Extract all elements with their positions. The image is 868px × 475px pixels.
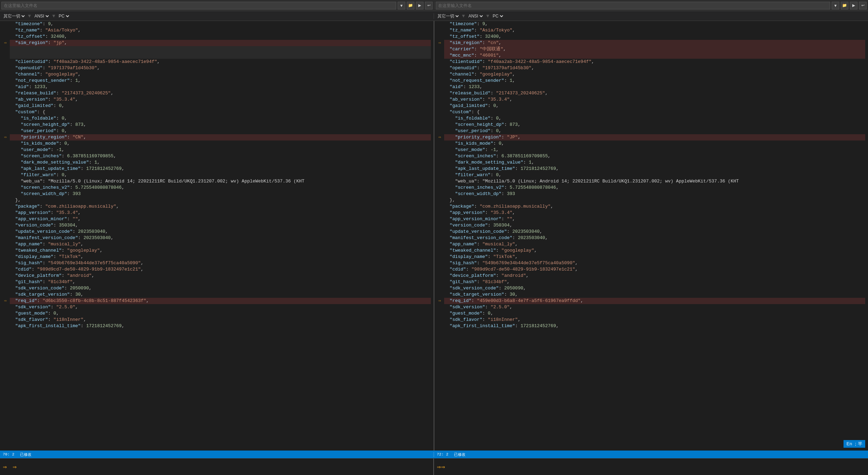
bottom-panel: ⇒ ⇒ ⇒ ⇒ — [0, 458, 868, 475]
left-code-lines: "timezone": 9, "tz_name": "Asia/Tokyo", … — [7, 21, 434, 451]
left-code-area: ⇨⇨⇨ "timezone": 9, "tz_name": "Asia/Toky… — [0, 21, 434, 451]
bottom-right: ⇒ ⇒ — [434, 459, 868, 475]
left-dropdown-btn[interactable]: ▼ — [398, 2, 405, 9]
left-back-btn[interactable]: ↩ — [425, 2, 433, 9]
left-prev-diff-btn[interactable]: ⇒ — [3, 464, 7, 470]
bottom-left: ⇒ ⇒ — [0, 459, 434, 475]
right-os-select[interactable]: PC — [491, 13, 504, 19]
left-path-input[interactable] — [1, 2, 396, 9]
sep1: ▼ — [28, 13, 31, 19]
left-next-diff-btn[interactable]: ⇒ — [13, 464, 17, 470]
right-prev-diff-btn[interactable]: ⇒ — [437, 464, 441, 470]
statusbar: 70: 2 已修改 72: 2 已修改 — [0, 451, 868, 458]
ime-indicator: En ；半 — [844, 440, 865, 448]
right-filter-select[interactable]: 其它一切 — [436, 13, 460, 19]
right-code-area: ⇨⇨⇨ "timezone": 9, "tz_name": "Asia/Toky… — [434, 21, 868, 451]
toolbar-left: ▼ 📁 ▶ ↩ — [0, 2, 434, 9]
right-back-btn[interactable]: ↩ — [859, 2, 867, 9]
left-filter-select[interactable]: 其它一切 — [2, 13, 26, 19]
app-container: ▼ 📁 ▶ ↩ ▼ 📁 ▶ ↩ 其它一切 ▼ ANSI ▼ PC — [0, 0, 868, 475]
right-path-input[interactable] — [436, 2, 830, 9]
sep4: ▼ — [486, 13, 489, 19]
left-folder-btn[interactable]: 📁 — [407, 2, 414, 9]
sep3: ▼ — [462, 13, 465, 19]
right-editor-panel: ⇨⇨⇨ "timezone": 9, "tz_name": "Asia/Toky… — [434, 21, 868, 451]
left-gutter: ⇨⇨⇨ — [0, 21, 7, 451]
left-modified: 已修改 — [20, 452, 31, 457]
right-editor-content[interactable]: ⇨⇨⇨ "timezone": 9, "tz_name": "Asia/Toky… — [434, 21, 868, 451]
left-encoding-select[interactable]: ANSI — [33, 13, 50, 19]
toolbar-right: ▼ 📁 ▶ ↩ — [434, 2, 868, 9]
left-arrow-btn[interactable]: ▶ — [416, 2, 424, 9]
statusbar-left: 70: 2 已修改 — [0, 452, 434, 457]
right-arrow-btn[interactable]: ▶ — [850, 2, 858, 9]
left-os-select[interactable]: PC — [57, 13, 70, 19]
right-gutter: ⇨⇨⇨ — [434, 21, 441, 451]
right-next-diff-btn[interactable]: ⇒ — [441, 464, 445, 470]
toolbar-encoding: 其它一切 ▼ ANSI ▼ PC 其它一切 ▼ ANSI ▼ PC — [0, 11, 868, 21]
left-editor-panel: ⇨⇨⇨ "timezone": 9, "tz_name": "Asia/Toky… — [0, 21, 434, 451]
right-position: 72: 2 — [437, 452, 448, 456]
left-editor-content[interactable]: ⇨⇨⇨ "timezone": 9, "tz_name": "Asia/Toky… — [0, 21, 434, 451]
editors-container: ⇨⇨⇨ "timezone": 9, "tz_name": "Asia/Toky… — [0, 21, 868, 451]
left-position: 70: 2 — [3, 452, 14, 456]
toolbar-top: ▼ 📁 ▶ ↩ ▼ 📁 ▶ ↩ — [0, 0, 868, 11]
right-folder-btn[interactable]: 📁 — [841, 2, 848, 9]
toolbar2-right: 其它一切 ▼ ANSI ▼ PC — [434, 13, 868, 19]
toolbar2-left: 其它一切 ▼ ANSI ▼ PC — [0, 13, 434, 19]
right-dropdown-btn[interactable]: ▼ — [832, 2, 839, 9]
right-code-lines: "timezone": 9, "tz_name": "Asia/Tokyo", … — [441, 21, 868, 451]
statusbar-right: 72: 2 已修改 — [434, 452, 868, 457]
right-modified: 已修改 — [454, 452, 465, 457]
right-encoding-select[interactable]: ANSI — [467, 13, 484, 19]
sep2: ▼ — [52, 13, 55, 19]
